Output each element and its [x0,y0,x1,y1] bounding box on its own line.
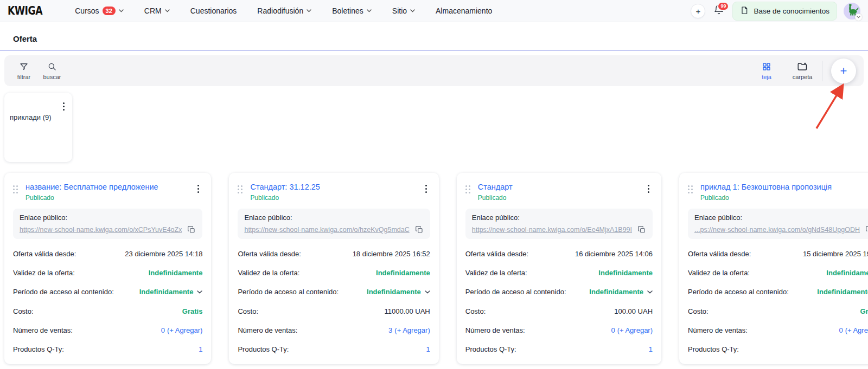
offer-sales-row: Número de ventas: 0(+ Agregar) [13,326,202,334]
row-label: Número de ventas: [465,326,525,334]
sales-count: 3 [388,326,392,334]
row-label: Número de ventas: [13,326,73,334]
offer-sales-row: Número de ventas: 0(+ Agregar) [688,326,868,334]
nav-item-cuestionarios[interactable]: Cuestionarios [190,7,237,15]
offer-menu-button[interactable] [194,183,202,195]
search-button[interactable]: buscar [38,60,66,82]
nav-item-label: Cursos [75,7,99,15]
row-label: Productos Q-Ty: [688,345,739,353]
sales-count: 0 [839,326,843,334]
offer-cost-row: Costo: 100.00 UAH [465,307,653,315]
valid-from-value: 23 diciembre 2025 14:18 [125,250,202,258]
public-link-url[interactable]: https://new-school-name.kwiga.com/o/hzeK… [244,226,409,234]
chevron-down-icon [119,9,124,12]
drag-handle-icon[interactable] [238,185,242,193]
offer-title-link[interactable]: Стандарт [478,183,644,191]
add-sale-link[interactable]: (+ Agregar) [617,326,653,334]
header-divider [0,50,868,51]
add-sale-link[interactable]: (+ Agregar) [394,326,430,334]
page-header: Oferta [0,22,868,50]
nav-item-label: Sitio [392,7,407,15]
drag-handle-icon[interactable] [688,185,693,193]
offer-title-link[interactable]: Стандарт: 31.12.25 [250,183,422,191]
row-label: Productos Q-Ty: [465,345,516,353]
row-label: Validez de la oferta: [688,269,750,277]
folder-card[interactable]: приклади (9) [4,93,72,162]
grid-view-label: teja [762,74,771,80]
folder-name: приклади (9) [10,113,52,121]
copy-icon[interactable] [187,225,196,234]
row-label: Período de acceso al contenido: [688,288,789,296]
row-label: Número de ventas: [238,326,297,334]
nav-right-cluster: + 99 Base de conocimientos [691,2,860,21]
chevron-down-icon [410,9,415,12]
nav-item-radiodifusion[interactable]: Radiodifusión [257,7,311,15]
knowledge-base-button[interactable]: Base de conocimientos [732,2,837,21]
copy-icon[interactable] [865,225,868,234]
sales-count: 0 [611,326,615,334]
drag-handle-icon[interactable] [465,185,470,193]
offer-card: приклад 1: Безкоштовна пропозиція Public… [679,173,868,364]
offer-products-row: Productos Q-Ty: 1 [465,345,653,353]
access-period-value[interactable]: Indefinidamente [139,288,203,296]
drag-handle-icon[interactable] [13,185,18,193]
cost-value: Gratis [860,307,868,315]
offer-title-link[interactable]: приклад 1: Безкоштовна пропозиція [700,183,868,191]
public-link-box: Enlace público: https://new-school-name.… [238,209,430,239]
access-period-value[interactable]: Indefinidamente [817,288,868,296]
nav-item-almacenamiento[interactable]: Almacenamiento [436,7,492,15]
nav-item-label: Almacenamiento [436,7,492,15]
offer-title-link[interactable]: название: Бесплатное предложение [25,183,194,191]
access-period-value[interactable]: Indefinidamente [589,288,653,296]
add-sale-link[interactable]: (+ Agregar) [845,326,868,334]
offer-menu-button[interactable] [644,183,653,195]
row-label: Oferta válida desde: [13,250,76,258]
nav-item-cursos[interactable]: Cursos 32 [75,7,124,15]
filter-button[interactable]: filtrar [10,60,38,82]
chevron-down-icon [425,290,430,294]
sales-value: 3(+ Agregar) [388,326,430,334]
public-link-label: Enlace público: [244,213,423,222]
notifications-button[interactable]: 99 [712,4,726,18]
add-offer-button[interactable]: + [831,59,856,83]
public-link-url[interactable]: https://new-school-name.kwiga.com/o/xCPs… [20,226,182,234]
nav-item-boletines[interactable]: Boletines [332,7,372,15]
row-label: Período de acceso al contenido: [238,288,339,296]
offer-menu-button[interactable] [422,183,430,195]
grid-view-button[interactable]: teja [752,60,781,82]
avatar-chevron-icon [855,14,862,21]
public-link-url[interactable]: https://new-school-name.kwiga.com/o/Ee4M… [472,226,632,234]
folder-menu-button[interactable] [60,100,68,113]
public-link-url[interactable]: ...ps://new-school-name.kwiga.com/o/gNdS… [694,226,860,234]
copy-icon[interactable] [415,225,424,234]
offer-access-period-row: Período de acceso al contenido: Indefini… [688,288,868,296]
public-link-box: Enlace público: https://new-school-name.… [465,209,653,239]
offer-status-badge: Publicado [700,194,868,202]
offer-sales-row: Número de ventas: 0(+ Agregar) [465,326,653,334]
valid-from-value: 15 diciembre 2025 19:09 [803,250,868,258]
notifications-count-badge: 99 [717,2,729,11]
offer-card: название: Бесплатное предложение Publica… [4,173,211,364]
validity-value: Indefinidamente [598,269,653,277]
access-period-value[interactable]: Indefinidamente [367,288,430,296]
chevron-down-icon [307,9,311,12]
chevron-down-icon [197,290,202,294]
copy-icon[interactable] [637,225,646,234]
user-avatar[interactable] [844,3,860,20]
offer-validity-row: Validez de la oferta: Indefinidamente [238,269,430,277]
offer-cost-row: Costo: 11000.00 UAH [238,307,430,315]
offer-sales-row: Número de ventas: 3(+ Agregar) [238,326,430,334]
add-sale-link[interactable]: (+ Agregar) [167,326,202,334]
offer-products-row: Productos Q-Ty: 1 [13,345,202,353]
nav-item-crm[interactable]: CRM [144,7,170,15]
nav-item-label: Cuestionarios [190,7,237,15]
validity-value: Indefinidamente [149,269,203,277]
chevron-down-icon [647,290,653,294]
nav-item-sitio[interactable]: Sitio [392,7,415,15]
quick-add-button[interactable]: + [691,4,705,18]
folder-view-button[interactable]: carpeta [788,60,816,82]
row-label: Oferta válida desde: [465,250,528,258]
public-link-box: Enlace público: https://new-school-name.… [13,209,202,239]
row-label: Costo: [238,307,258,315]
public-link-label: Enlace público: [20,213,196,222]
